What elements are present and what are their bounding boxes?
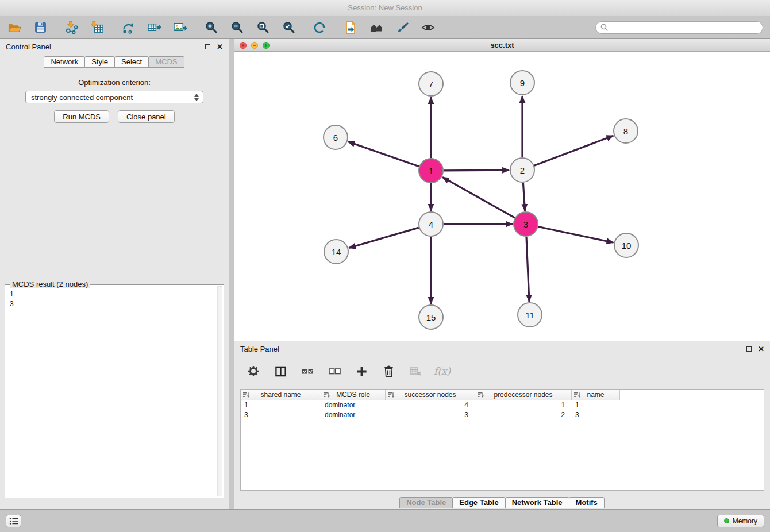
node-4[interactable]: 4	[419, 212, 443, 236]
open-session-button[interactable]	[6, 19, 23, 36]
column-visibility-button[interactable]	[272, 363, 289, 380]
table-cell[interactable]: 4	[386, 400, 475, 410]
table-cell[interactable]: dominator	[321, 400, 386, 410]
tab-select[interactable]: Select	[114, 56, 149, 68]
table-cell[interactable]: 2	[475, 410, 572, 420]
delete-column-button[interactable]	[380, 363, 397, 380]
export-image-button[interactable]	[171, 19, 188, 36]
sort-icon[interactable]	[574, 392, 580, 398]
column-header-shared-name[interactable]: shared name	[241, 390, 321, 400]
close-window-button[interactable]: ×	[240, 42, 247, 49]
edge-4-14[interactable]	[349, 228, 419, 248]
node-15[interactable]: 15	[419, 305, 443, 329]
tab-network[interactable]: Network	[44, 56, 85, 68]
node-6[interactable]: 6	[324, 125, 348, 149]
edge-2-3[interactable]	[523, 183, 525, 211]
document-share-button[interactable]	[342, 19, 359, 36]
edge-1-2[interactable]	[444, 170, 509, 171]
close-panel-icon[interactable]: ✕	[758, 345, 764, 353]
edge-3-11[interactable]	[526, 237, 529, 302]
table-row[interactable]: 1dominator411	[241, 400, 764, 410]
tab-edge-table[interactable]: Edge Table	[452, 497, 505, 508]
fx-function-button[interactable]: f(x)	[434, 365, 451, 377]
network-canvas[interactable]: 7968124314101511	[234, 52, 770, 341]
sort-icon[interactable]	[388, 392, 394, 398]
zoom-out-button[interactable]	[228, 19, 245, 36]
table-cell[interactable]: 3	[572, 410, 620, 420]
network-graph[interactable]: 7968124314101511	[234, 52, 770, 341]
zoom-in-button[interactable]	[202, 19, 220, 36]
deselect-all-button[interactable]	[326, 363, 343, 380]
node-label: 6	[333, 133, 338, 142]
tab-node-table[interactable]: Node Table	[399, 497, 453, 508]
sort-icon[interactable]	[478, 392, 484, 398]
table-cell[interactable]: 3	[386, 410, 475, 420]
sort-icon[interactable]	[324, 392, 330, 398]
close-panel-icon[interactable]: ✕	[217, 43, 223, 51]
add-column-button[interactable]	[353, 363, 370, 380]
tab-network-table[interactable]: Network Table	[505, 497, 569, 508]
tab-style[interactable]: Style	[84, 56, 115, 68]
export-table-button[interactable]	[145, 19, 163, 36]
node-14[interactable]: 14	[324, 240, 348, 264]
node-2[interactable]: 2	[510, 158, 534, 182]
sort-icon[interactable]	[243, 392, 249, 398]
column-header-mcds-role[interactable]: MCDS role	[321, 390, 386, 400]
node-label: 2	[520, 165, 525, 175]
node-7[interactable]: 7	[419, 72, 443, 96]
import-network-button[interactable]	[63, 19, 80, 36]
edge-3-10[interactable]	[538, 227, 614, 243]
toggle-details-button[interactable]	[419, 19, 437, 36]
table-cell[interactable]: 1	[572, 400, 620, 410]
float-panel-icon[interactable]	[746, 346, 752, 352]
select-all-button[interactable]	[299, 363, 316, 380]
export-network-button[interactable]	[120, 19, 137, 36]
float-panel-icon[interactable]	[205, 44, 210, 49]
node-label: 3	[523, 219, 528, 229]
save-session-button[interactable]	[32, 19, 49, 36]
zoom-fit-button[interactable]	[254, 19, 271, 36]
table-settings-button[interactable]	[245, 363, 262, 380]
refresh-view-button[interactable]	[311, 19, 328, 36]
edge-1-6[interactable]	[348, 142, 419, 167]
memory-button[interactable]: Memory	[717, 515, 764, 527]
table-body: 1dominator4113dominator323	[241, 400, 764, 420]
zoom-selected-button[interactable]	[280, 19, 297, 36]
column-header-successor-nodes[interactable]: successor nodes	[386, 390, 475, 400]
result-scrollbar[interactable]	[217, 286, 222, 496]
column-header-predecessor-nodes[interactable]: predecessor nodes	[475, 390, 572, 400]
optimization-select[interactable]: strongly connected component	[25, 91, 203, 103]
node-3[interactable]: 3	[514, 212, 538, 236]
node-10[interactable]: 10	[614, 233, 638, 257]
delete-table-icon	[409, 365, 422, 377]
annotation-button[interactable]	[394, 19, 411, 36]
table-cell[interactable]: dominator	[321, 410, 386, 420]
tab-motifs[interactable]: Motifs	[569, 497, 605, 508]
import-table-button[interactable]	[88, 19, 106, 36]
table-row[interactable]: 3dominator323	[241, 410, 764, 420]
node-9[interactable]: 9	[510, 71, 534, 95]
node-label: 1	[429, 166, 433, 176]
node-table: shared nameMCDS rolesuccessor nodesprede…	[240, 389, 764, 491]
edge-2-8[interactable]	[534, 136, 614, 165]
delete-table-button[interactable]	[407, 363, 424, 380]
minimize-window-button[interactable]: −	[251, 42, 258, 49]
task-history-button[interactable]	[6, 515, 21, 527]
table-cell[interactable]: 3	[241, 410, 321, 420]
run-mcds-button[interactable]: Run MCDS	[54, 110, 109, 123]
first-neighbors-button[interactable]	[368, 19, 385, 36]
maximize-window-button[interactable]: +	[263, 42, 270, 49]
edge-3-1[interactable]	[442, 177, 515, 218]
search-box[interactable]	[595, 21, 763, 34]
view-toolbar-group	[342, 19, 437, 36]
close-panel-button[interactable]: Close panel	[118, 110, 175, 123]
tab-mcds[interactable]: MCDS	[148, 56, 184, 68]
node-label: 11	[525, 310, 534, 320]
table-cell[interactable]: 1	[475, 400, 572, 410]
search-input[interactable]	[611, 24, 758, 32]
node-8[interactable]: 8	[614, 119, 638, 143]
node-11[interactable]: 11	[518, 303, 542, 327]
table-cell[interactable]: 1	[241, 400, 321, 410]
node-1[interactable]: 1	[419, 159, 443, 183]
column-header-name[interactable]: name	[572, 390, 620, 400]
